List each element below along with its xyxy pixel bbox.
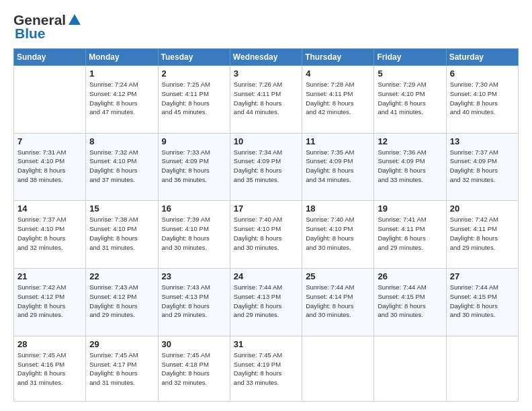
day-number: 16 — [162, 203, 226, 214]
calendar-cell: 27Sunrise: 7:44 AM Sunset: 4:15 PM Dayli… — [446, 269, 518, 336]
calendar-cell: 3Sunrise: 7:26 AM Sunset: 4:11 PM Daylig… — [230, 66, 302, 134]
calendar-cell: 14Sunrise: 7:37 AM Sunset: 4:10 PM Dayli… — [14, 201, 86, 269]
day-number: 25 — [306, 271, 370, 281]
calendar-cell: 29Sunrise: 7:45 AM Sunset: 4:17 PM Dayli… — [86, 336, 158, 401]
day-number: 27 — [450, 271, 515, 281]
day-number: 13 — [450, 136, 515, 146]
calendar-cell: 10Sunrise: 7:34 AM Sunset: 4:09 PM Dayli… — [230, 133, 302, 201]
weekday-wednesday: Wednesday — [230, 49, 302, 66]
day-number: 15 — [89, 203, 154, 214]
day-number: 5 — [378, 68, 442, 79]
day-number: 9 — [162, 136, 226, 146]
weekday-header-row: SundayMondayTuesdayWednesdayThursdayFrid… — [14, 49, 519, 66]
weekday-monday: Monday — [86, 49, 158, 66]
calendar-cell: 22Sunrise: 7:43 AM Sunset: 4:12 PM Dayli… — [86, 269, 158, 336]
day-number: 14 — [17, 203, 82, 214]
day-number: 31 — [234, 339, 298, 349]
header: General Blue — [13, 12, 519, 42]
calendar-cell: 25Sunrise: 7:44 AM Sunset: 4:14 PM Dayli… — [302, 269, 374, 336]
calendar-cell: 21Sunrise: 7:42 AM Sunset: 4:12 PM Dayli… — [14, 269, 86, 336]
day-info: Sunrise: 7:42 AM Sunset: 4:12 PM Dayligh… — [17, 283, 82, 320]
weekday-friday: Friday — [374, 49, 446, 66]
day-number: 21 — [17, 271, 82, 281]
day-info: Sunrise: 7:43 AM Sunset: 4:12 PM Dayligh… — [89, 283, 154, 320]
day-number: 23 — [162, 271, 226, 281]
calendar-cell: 13Sunrise: 7:37 AM Sunset: 4:09 PM Dayli… — [446, 133, 518, 201]
calendar-table: SundayMondayTuesdayWednesdayThursdayFrid… — [13, 48, 519, 402]
day-number: 24 — [234, 271, 298, 281]
calendar-cell: 4Sunrise: 7:28 AM Sunset: 4:11 PM Daylig… — [302, 66, 374, 134]
day-info: Sunrise: 7:36 AM Sunset: 4:09 PM Dayligh… — [378, 148, 442, 185]
day-number: 20 — [450, 203, 515, 214]
day-number: 22 — [89, 271, 154, 281]
day-number: 30 — [162, 339, 226, 349]
day-number: 4 — [306, 68, 370, 79]
calendar-cell — [14, 66, 86, 134]
day-info: Sunrise: 7:34 AM Sunset: 4:09 PM Dayligh… — [234, 148, 298, 185]
day-info: Sunrise: 7:44 AM Sunset: 4:15 PM Dayligh… — [378, 283, 442, 320]
day-info: Sunrise: 7:44 AM Sunset: 4:13 PM Dayligh… — [234, 283, 298, 320]
day-info: Sunrise: 7:45 AM Sunset: 4:18 PM Dayligh… — [162, 351, 226, 387]
calendar-cell: 5Sunrise: 7:29 AM Sunset: 4:10 PM Daylig… — [374, 66, 446, 134]
calendar-cell: 15Sunrise: 7:38 AM Sunset: 4:10 PM Dayli… — [86, 201, 158, 269]
day-info: Sunrise: 7:24 AM Sunset: 4:12 PM Dayligh… — [89, 80, 154, 117]
day-number: 26 — [378, 271, 442, 281]
day-info: Sunrise: 7:45 AM Sunset: 4:17 PM Dayligh… — [89, 351, 154, 387]
day-number: 12 — [378, 136, 442, 146]
logo-blue: Blue — [15, 26, 46, 42]
day-number: 10 — [234, 136, 298, 146]
day-info: Sunrise: 7:45 AM Sunset: 4:19 PM Dayligh… — [234, 351, 298, 387]
day-number: 18 — [306, 203, 370, 214]
calendar-cell: 30Sunrise: 7:45 AM Sunset: 4:18 PM Dayli… — [158, 336, 230, 401]
calendar-cell — [374, 336, 446, 401]
calendar-cell: 26Sunrise: 7:44 AM Sunset: 4:15 PM Dayli… — [374, 269, 446, 336]
weekday-sunday: Sunday — [14, 49, 86, 66]
weekday-thursday: Thursday — [302, 49, 374, 66]
page: General Blue SundayMondayTuesdayWednesda… — [0, 0, 532, 411]
calendar-cell: 1Sunrise: 7:24 AM Sunset: 4:12 PM Daylig… — [86, 66, 158, 134]
week-row-1: 1Sunrise: 7:24 AM Sunset: 4:12 PM Daylig… — [14, 66, 519, 134]
day-number: 17 — [234, 203, 298, 214]
calendar-cell: 17Sunrise: 7:40 AM Sunset: 4:10 PM Dayli… — [230, 201, 302, 269]
day-info: Sunrise: 7:40 AM Sunset: 4:10 PM Dayligh… — [306, 215, 370, 252]
week-row-5: 28Sunrise: 7:45 AM Sunset: 4:16 PM Dayli… — [14, 336, 519, 401]
day-info: Sunrise: 7:32 AM Sunset: 4:10 PM Dayligh… — [89, 148, 154, 185]
day-info: Sunrise: 7:44 AM Sunset: 4:14 PM Dayligh… — [306, 283, 370, 320]
day-number: 8 — [89, 136, 154, 146]
calendar-cell: 12Sunrise: 7:36 AM Sunset: 4:09 PM Dayli… — [374, 133, 446, 201]
week-row-4: 21Sunrise: 7:42 AM Sunset: 4:12 PM Dayli… — [14, 269, 519, 336]
day-number: 3 — [234, 68, 298, 79]
day-info: Sunrise: 7:30 AM Sunset: 4:10 PM Dayligh… — [450, 80, 515, 117]
calendar-cell: 6Sunrise: 7:30 AM Sunset: 4:10 PM Daylig… — [446, 66, 518, 134]
day-info: Sunrise: 7:44 AM Sunset: 4:15 PM Dayligh… — [450, 283, 515, 320]
day-info: Sunrise: 7:37 AM Sunset: 4:09 PM Dayligh… — [450, 148, 515, 185]
day-info: Sunrise: 7:26 AM Sunset: 4:11 PM Dayligh… — [234, 80, 298, 117]
calendar-cell — [446, 336, 518, 401]
day-info: Sunrise: 7:28 AM Sunset: 4:11 PM Dayligh… — [306, 80, 370, 117]
calendar-cell: 8Sunrise: 7:32 AM Sunset: 4:10 PM Daylig… — [86, 133, 158, 201]
weekday-saturday: Saturday — [446, 49, 518, 66]
day-number: 19 — [378, 203, 442, 214]
calendar-cell: 23Sunrise: 7:43 AM Sunset: 4:13 PM Dayli… — [158, 269, 230, 336]
day-info: Sunrise: 7:31 AM Sunset: 4:10 PM Dayligh… — [17, 148, 82, 185]
calendar-cell: 24Sunrise: 7:44 AM Sunset: 4:13 PM Dayli… — [230, 269, 302, 336]
day-number: 28 — [17, 339, 82, 349]
day-number: 7 — [17, 136, 82, 146]
calendar-cell: 19Sunrise: 7:41 AM Sunset: 4:11 PM Dayli… — [374, 201, 446, 269]
day-info: Sunrise: 7:39 AM Sunset: 4:10 PM Dayligh… — [162, 215, 226, 252]
week-row-2: 7Sunrise: 7:31 AM Sunset: 4:10 PM Daylig… — [14, 133, 519, 201]
day-info: Sunrise: 7:38 AM Sunset: 4:10 PM Dayligh… — [89, 215, 154, 252]
svg-marker-0 — [69, 14, 81, 25]
day-info: Sunrise: 7:37 AM Sunset: 4:10 PM Dayligh… — [17, 215, 82, 252]
calendar-cell: 16Sunrise: 7:39 AM Sunset: 4:10 PM Dayli… — [158, 201, 230, 269]
day-info: Sunrise: 7:40 AM Sunset: 4:10 PM Dayligh… — [234, 215, 298, 252]
day-number: 29 — [89, 339, 154, 349]
day-number: 6 — [450, 68, 515, 79]
day-info: Sunrise: 7:43 AM Sunset: 4:13 PM Dayligh… — [162, 283, 226, 320]
day-info: Sunrise: 7:35 AM Sunset: 4:09 PM Dayligh… — [306, 148, 370, 185]
calendar-cell — [302, 336, 374, 401]
day-number: 1 — [89, 68, 154, 79]
day-info: Sunrise: 7:41 AM Sunset: 4:11 PM Dayligh… — [378, 215, 442, 252]
logo-icon — [67, 13, 82, 28]
day-number: 11 — [306, 136, 370, 146]
